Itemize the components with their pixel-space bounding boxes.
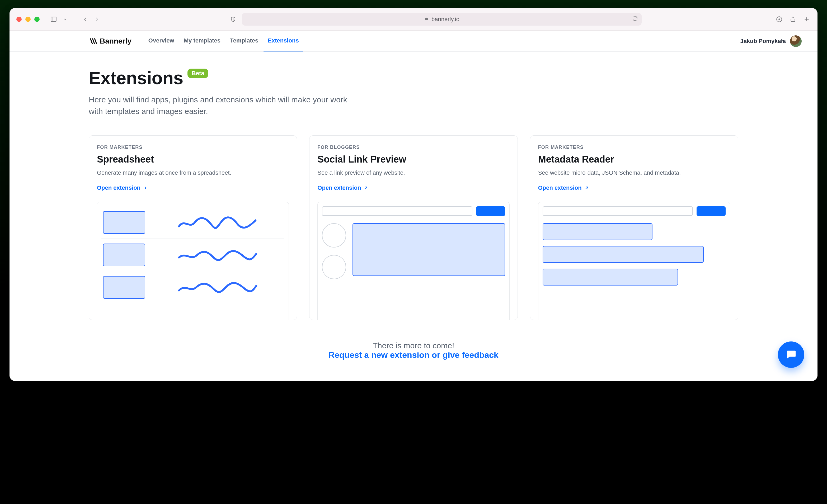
app-navbar: Bannerly Overview My templates Templates… [9, 31, 818, 52]
card-desc: Generate many images at once from a spre… [97, 169, 270, 177]
card-eyebrow: FOR BLOGGERS [318, 145, 509, 150]
fullscreen-window-button[interactable] [34, 17, 40, 22]
user-name: Jakub Pomykała [740, 38, 786, 45]
card-desc: See a link preview of any website. [318, 169, 490, 177]
beta-badge: Beta [188, 69, 209, 78]
extensions-grid: FOR MARKETERS Spreadsheet Generate many … [89, 135, 738, 320]
sidebar-menu-chevron[interactable] [61, 15, 69, 23]
card-title: Metadata Reader [538, 154, 730, 165]
footer-line-1: There is more to come! [89, 341, 738, 350]
external-link-icon [584, 185, 589, 190]
card-illustration [318, 202, 509, 320]
card-title: Social Link Preview [318, 154, 509, 165]
extension-card-spreadsheet: FOR MARKETERS Spreadsheet Generate many … [89, 135, 297, 320]
nav-links: Overview My templates Templates Extensio… [144, 31, 303, 51]
avatar [790, 35, 801, 47]
chat-button[interactable] [778, 341, 804, 368]
chevron-right-icon [143, 185, 148, 190]
address-url: bannerly.io [431, 16, 459, 23]
nav-link-my-templates[interactable]: My templates [180, 31, 225, 51]
external-link-icon [363, 185, 368, 190]
card-eyebrow: FOR MARKETERS [97, 145, 289, 150]
page-subtitle: Here you will find apps, plugins and ext… [89, 94, 358, 117]
request-extension-link[interactable]: Request a new extension or give feedback [329, 350, 498, 360]
card-title: Spreadsheet [97, 154, 289, 165]
svg-rect-0 [51, 17, 56, 21]
nav-link-templates[interactable]: Templates [226, 31, 262, 51]
nav-link-extensions[interactable]: Extensions [263, 31, 303, 51]
browser-window: bannerly.io [9, 8, 818, 381]
nav-forward-button[interactable] [93, 15, 101, 23]
page-content: Extensions Beta Here you will find apps,… [9, 52, 818, 381]
card-illustration [538, 202, 730, 320]
privacy-shield-icon[interactable] [229, 15, 237, 23]
open-extension-link[interactable]: Open extension [97, 184, 289, 191]
card-eyebrow: FOR MARKETERS [538, 145, 730, 150]
new-tab-button[interactable] [803, 15, 811, 23]
footer-message: There is more to come! Request a new ext… [89, 341, 738, 360]
nav-back-button[interactable] [81, 15, 89, 23]
user-menu[interactable]: Jakub Pomykała [740, 35, 801, 47]
chat-icon [785, 349, 797, 361]
browser-toolbar: bannerly.io [9, 8, 818, 31]
open-extension-link[interactable]: Open extension [538, 184, 730, 191]
brand-logo[interactable]: Bannerly [89, 37, 132, 45]
brand-name: Bannerly [100, 37, 132, 45]
reload-button[interactable] [632, 15, 638, 23]
extension-card-metadata-reader: FOR MARKETERS Metadata Reader See websit… [530, 135, 738, 320]
extension-card-social-link-preview: FOR BLOGGERS Social Link Preview See a l… [309, 135, 518, 320]
window-controls [16, 17, 40, 22]
card-desc: See website micro-data, JSON Schema, and… [538, 169, 711, 177]
page-title: Extensions [89, 67, 183, 88]
address-bar[interactable]: bannerly.io [242, 13, 642, 25]
nav-link-overview[interactable]: Overview [144, 31, 179, 51]
open-extension-link[interactable]: Open extension [318, 184, 509, 191]
downloads-button[interactable] [775, 15, 783, 23]
card-illustration [97, 202, 289, 320]
lock-icon [424, 16, 429, 23]
share-button[interactable] [789, 15, 797, 23]
sidebar-toggle-button[interactable] [50, 15, 58, 23]
minimize-window-button[interactable] [26, 17, 31, 22]
close-window-button[interactable] [16, 17, 22, 22]
